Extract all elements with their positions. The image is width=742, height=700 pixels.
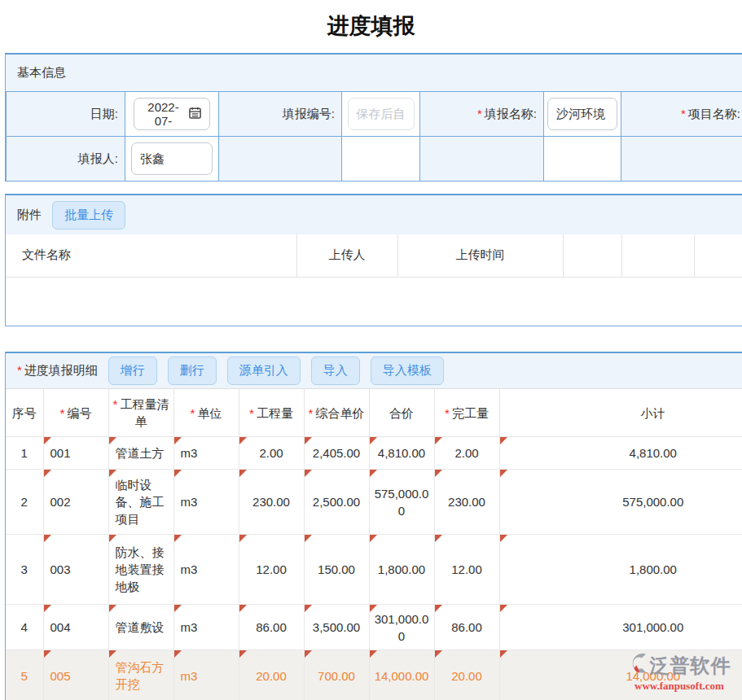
detail-cell[interactable]: 150.00 xyxy=(304,535,369,605)
filler-label: 填报人: xyxy=(7,137,125,182)
cell-corner-marker-icon xyxy=(44,535,51,542)
basic-info-section-header: 基本信息 xyxy=(6,55,742,91)
import-template-button[interactable]: 导入模板 xyxy=(371,357,444,385)
detail-cell[interactable]: 防水、接地装置接地极 xyxy=(108,535,173,605)
detail-cell[interactable]: 1,800.00 xyxy=(499,535,742,605)
detail-cell[interactable]: 20.00 xyxy=(239,650,304,700)
detail-header-row: 序号*编号*工程量清单*单位*工程量*综合单价合价*完工量小计 xyxy=(6,389,742,437)
detail-cell[interactable]: 临时设备、施工项目 xyxy=(108,470,173,535)
detail-cell[interactable]: 4,810.00 xyxy=(369,437,434,470)
cell-corner-marker-icon xyxy=(500,470,507,477)
cell-corner-marker-icon xyxy=(370,470,377,477)
fanpu-logo-icon xyxy=(628,652,650,679)
cell-corner-marker-icon xyxy=(500,535,507,542)
filler-input[interactable]: 张鑫 xyxy=(131,142,213,175)
cell-corner-marker-icon xyxy=(305,535,312,542)
cell-corner-marker-icon xyxy=(109,437,116,444)
cell-corner-marker-icon xyxy=(370,605,377,612)
detail-cell[interactable]: 001 xyxy=(43,437,108,470)
required-asterisk: * xyxy=(17,363,22,377)
detail-toolbar-buttons: 增行删行源单引入导入导入模板 xyxy=(98,357,444,385)
batch-upload-button[interactable]: 批量上传 xyxy=(52,201,125,230)
detail-cell[interactable]: m3 xyxy=(173,535,239,605)
attachment-section-header: 附件 批量上传 xyxy=(6,195,742,234)
cell-corner-marker-icon xyxy=(435,605,442,612)
row-number-cell: 4 xyxy=(6,605,43,650)
detail-cell[interactable]: m3 xyxy=(173,605,239,650)
detail-cell[interactable]: 2,500.00 xyxy=(304,470,369,535)
cell-corner-marker-icon xyxy=(44,650,51,658)
detail-cell[interactable]: 4,810.00 xyxy=(499,437,742,470)
cell-corner-marker-icon xyxy=(435,437,442,444)
detail-cell[interactable]: 003 xyxy=(43,535,108,605)
cell-corner-marker-icon xyxy=(305,437,312,444)
cell-corner-marker-icon xyxy=(174,535,182,542)
detail-cell[interactable]: 301,000.00 xyxy=(369,605,434,650)
detail-cell[interactable]: 575,000.00 xyxy=(499,470,742,535)
detail-cell[interactable]: 1,800.00 xyxy=(369,535,434,605)
detail-cell[interactable]: 005 xyxy=(43,650,108,700)
delete-row-button[interactable]: 删行 xyxy=(168,357,217,385)
cell-corner-marker-icon xyxy=(239,470,247,477)
basic-info-form: 日期: 2022-07- 填报编号: 保存后自 *填报名称: xyxy=(6,91,742,182)
report-name-input[interactable]: 沙河环境 xyxy=(547,98,617,130)
cell-corner-marker-icon xyxy=(435,535,442,542)
cell-corner-marker-icon xyxy=(370,437,377,444)
detail-cell[interactable]: 2.00 xyxy=(239,437,304,470)
detail-cell[interactable]: 3,500.00 xyxy=(304,605,369,650)
cell-corner-marker-icon xyxy=(109,605,116,612)
detail-cell[interactable]: 管沟石方开挖 xyxy=(108,650,173,700)
detail-col-header-1: *编号 xyxy=(43,389,108,437)
attachment-empty-body xyxy=(6,278,742,326)
cell-corner-marker-icon xyxy=(109,650,116,658)
detail-cell[interactable]: m3 xyxy=(173,650,239,700)
detail-cell[interactable]: 230.00 xyxy=(434,470,499,535)
cell-corner-marker-icon xyxy=(500,605,507,612)
calendar-icon[interactable] xyxy=(189,107,201,121)
detail-cell[interactable]: 002 xyxy=(43,470,108,535)
detail-cell[interactable]: 14,000.00 xyxy=(369,650,434,700)
detail-section-title: *进度填报明细 xyxy=(17,363,98,378)
attachment-title: 附件 xyxy=(17,208,42,223)
cell-corner-marker-icon xyxy=(239,650,247,658)
cell-corner-marker-icon xyxy=(370,535,377,542)
detail-cell[interactable]: 12.00 xyxy=(434,535,499,605)
detail-cell[interactable]: 004 xyxy=(43,605,108,650)
row-number-cell: 1 xyxy=(6,437,43,470)
detail-col-header-3: *单位 xyxy=(173,389,239,437)
detail-cell[interactable]: m3 xyxy=(173,470,239,535)
add-row-button[interactable]: 增行 xyxy=(108,357,157,385)
cell-corner-marker-icon xyxy=(44,470,51,477)
source-import-button[interactable]: 源单引入 xyxy=(227,357,301,385)
cell-corner-marker-icon xyxy=(109,470,116,477)
detail-cell[interactable]: 2,405.00 xyxy=(304,437,369,470)
detail-col-header-0: 序号 xyxy=(6,389,43,437)
required-asterisk: * xyxy=(249,406,254,420)
detail-cell[interactable]: 管道敷设 xyxy=(108,605,173,650)
detail-cell[interactable]: 86.00 xyxy=(239,605,304,650)
detail-cell[interactable]: 230.00 xyxy=(239,470,304,535)
date-label: 日期: xyxy=(7,92,125,137)
required-asterisk: * xyxy=(113,397,118,411)
detail-cell[interactable]: m3 xyxy=(173,437,239,470)
watermark: 泛普软件 www.fanpusoft.com xyxy=(618,652,740,693)
report-no-label: 填报编号: xyxy=(219,92,342,137)
import-button[interactable]: 导入 xyxy=(311,357,360,385)
cell-corner-marker-icon xyxy=(305,650,312,658)
detail-cell[interactable]: 2.00 xyxy=(434,437,499,470)
detail-cell[interactable]: 700.00 xyxy=(304,650,369,700)
attachment-table: 文件名称 上传人 上传时间 xyxy=(6,234,742,278)
detail-cell[interactable]: 575,000.00 xyxy=(369,470,434,535)
attachment-col-uploadtime: 上传时间 xyxy=(397,234,563,277)
date-input[interactable]: 2022-07- xyxy=(134,98,210,130)
detail-cell[interactable]: 管道土方 xyxy=(108,437,173,470)
detail-cell[interactable]: 301,000.00 xyxy=(499,605,742,650)
cell-corner-marker-icon xyxy=(174,605,182,612)
detail-cell[interactable]: 12.00 xyxy=(239,535,304,605)
detail-cell[interactable]: 86.00 xyxy=(434,605,499,650)
detail-row-3: 3003防水、接地装置接地极m312.00150.001,800.0012.00… xyxy=(6,535,742,605)
required-asterisk: * xyxy=(681,107,686,120)
detail-cell[interactable]: 20.00 xyxy=(434,650,499,700)
detail-col-header-4: *工程量 xyxy=(239,389,304,437)
cell-corner-marker-icon xyxy=(435,470,442,477)
